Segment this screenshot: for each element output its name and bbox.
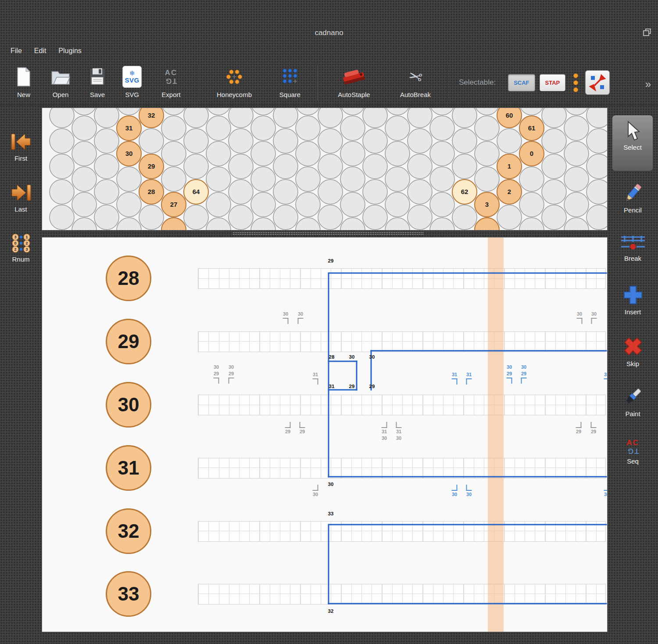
slice-empty-circle[interactable] (497, 205, 522, 230)
save-button[interactable]: Save (79, 60, 116, 105)
scaf-filter-button[interactable]: SCAF (508, 74, 535, 91)
slice-empty-circle[interactable] (542, 154, 566, 179)
path-view-panel[interactable]: 3030303030293029313131302930293129293130… (42, 237, 608, 632)
slice-empty-circle[interactable] (296, 108, 320, 115)
slice-empty-circle[interactable] (206, 192, 231, 217)
slice-empty-circle[interactable] (251, 218, 275, 230)
helix-number-badge[interactable]: 29 (106, 319, 151, 364)
slice-empty-circle[interactable] (184, 108, 208, 128)
tool-pencil[interactable]: Pencil (608, 183, 658, 214)
slice-empty-circle[interactable] (251, 116, 275, 140)
slice-empty-circle[interactable] (273, 108, 298, 128)
export-button[interactable]: AC TG Export (148, 60, 194, 105)
slice-empty-circle[interactable] (72, 116, 97, 140)
last-button[interactable]: Last (0, 183, 42, 213)
tool-break[interactable]: Break (608, 234, 658, 262)
slice-empty-circle[interactable] (408, 180, 432, 204)
slice-empty-circle[interactable] (273, 180, 298, 204)
slice-empty-circle[interactable] (452, 108, 477, 128)
slice-empty-circle[interactable] (564, 116, 589, 140)
slice-empty-circle[interactable] (452, 205, 477, 230)
menu-edit[interactable]: Edit (28, 44, 53, 58)
slice-empty-circle[interactable] (318, 180, 343, 204)
slice-empty-circle[interactable] (430, 141, 454, 166)
open-button[interactable]: Open (42, 60, 79, 105)
slice-empty-circle[interactable] (542, 180, 566, 204)
potential-crossover-marker[interactable]: 30 (577, 311, 583, 324)
slice-empty-circle[interactable] (206, 141, 231, 166)
stap-filter-button[interactable]: STAP (540, 74, 566, 91)
slice-empty-circle[interactable] (318, 154, 343, 179)
slice-empty-circle[interactable] (139, 205, 164, 230)
tool-select[interactable]: Select (612, 115, 653, 171)
potential-crossover-marker[interactable]: 31 (452, 371, 458, 385)
potential-crossover-marker[interactable]: 29 (576, 422, 582, 435)
slice-empty-circle[interactable] (430, 167, 454, 191)
slice-empty-circle[interactable] (519, 192, 544, 217)
drag-resize-button[interactable] (585, 70, 610, 95)
slice-empty-circle[interactable] (296, 141, 320, 166)
slice-empty-circle[interactable] (385, 141, 410, 166)
slice-empty-circle[interactable] (340, 218, 365, 230)
float-window-icon[interactable] (643, 29, 651, 36)
slice-empty-circle[interactable] (318, 129, 343, 153)
slice-empty-circle[interactable] (94, 180, 119, 204)
potential-crossover-marker[interactable]: 31 (466, 371, 472, 385)
autobreak-button[interactable]: ✂ AutoBreak (387, 60, 444, 105)
potential-crossover-marker[interactable]: 30 (466, 485, 472, 498)
slice-empty-circle[interactable] (72, 218, 97, 230)
potential-crossover-marker[interactable]: 3029 (521, 364, 527, 384)
slice-empty-circle[interactable] (430, 108, 454, 115)
color-dots-button[interactable] (573, 73, 578, 92)
slice-empty-circle[interactable] (229, 108, 253, 128)
potential-crossover-marker[interactable]: 3029 (507, 364, 512, 384)
slice-empty-circle[interactable] (161, 116, 186, 140)
slice-empty-circle[interactable] (586, 180, 607, 204)
potential-crossover-marker[interactable]: 31 (313, 371, 318, 385)
slice-empty-circle[interactable] (161, 167, 186, 191)
slice-empty-circle[interactable] (564, 218, 589, 230)
slice-empty-circle[interactable] (519, 218, 544, 230)
slice-empty-circle[interactable] (408, 154, 432, 179)
slice-empty-circle[interactable] (497, 129, 522, 153)
slice-empty-circle[interactable] (340, 192, 365, 217)
slice-empty-circle[interactable] (519, 108, 544, 115)
slice-empty-circle[interactable] (564, 108, 589, 115)
slice-empty-circle[interactable] (586, 205, 607, 230)
slice-empty-circle[interactable] (586, 108, 607, 128)
slice-empty-circle[interactable] (363, 205, 387, 230)
slice-empty-circle[interactable] (542, 108, 566, 128)
slice-helix-circle[interactable] (161, 218, 186, 230)
slice-empty-circle[interactable] (273, 154, 298, 179)
slice-empty-circle[interactable] (161, 108, 186, 115)
potential-crossover-marker[interactable]: 30 (591, 311, 597, 324)
potential-crossover-marker[interactable]: 30 (313, 485, 318, 498)
slice-empty-circle[interactable] (251, 141, 275, 166)
slice-empty-circle[interactable] (94, 129, 119, 153)
slice-empty-circle[interactable] (94, 205, 119, 230)
slice-empty-circle[interactable] (206, 108, 231, 115)
slice-empty-circle[interactable] (229, 205, 253, 230)
potential-crossover-marker[interactable]: 30 (452, 485, 458, 498)
slice-empty-circle[interactable] (385, 116, 410, 140)
potential-crossover-marker[interactable]: 30 (298, 311, 304, 324)
slice-empty-circle[interactable] (385, 192, 410, 217)
potential-crossover-marker[interactable]: 30 (283, 311, 289, 324)
slice-empty-circle[interactable] (251, 192, 275, 217)
slice-empty-circle[interactable] (586, 129, 607, 153)
slice-empty-circle[interactable] (340, 108, 365, 115)
slice-empty-circle[interactable] (184, 205, 208, 230)
toolbar-overflow-chevron[interactable]: » (645, 78, 651, 90)
helix-number-badge[interactable]: 31 (106, 445, 151, 491)
slice-empty-circle[interactable] (206, 218, 231, 230)
svg-export-button[interactable]: ❄ SVG SVG (116, 60, 148, 105)
slice-empty-circle[interactable] (318, 108, 343, 128)
slice-empty-circle[interactable] (475, 141, 499, 166)
slice-empty-circle[interactable] (50, 180, 74, 204)
slice-empty-circle[interactable] (161, 141, 186, 166)
slice-view-panel[interactable]: 313230292827646061016232 (42, 108, 608, 230)
slice-empty-circle[interactable] (340, 116, 365, 140)
potential-crossover-marker[interactable]: 29 (300, 422, 305, 435)
slice-empty-circle[interactable] (542, 129, 566, 153)
slice-empty-circle[interactable] (229, 129, 253, 153)
